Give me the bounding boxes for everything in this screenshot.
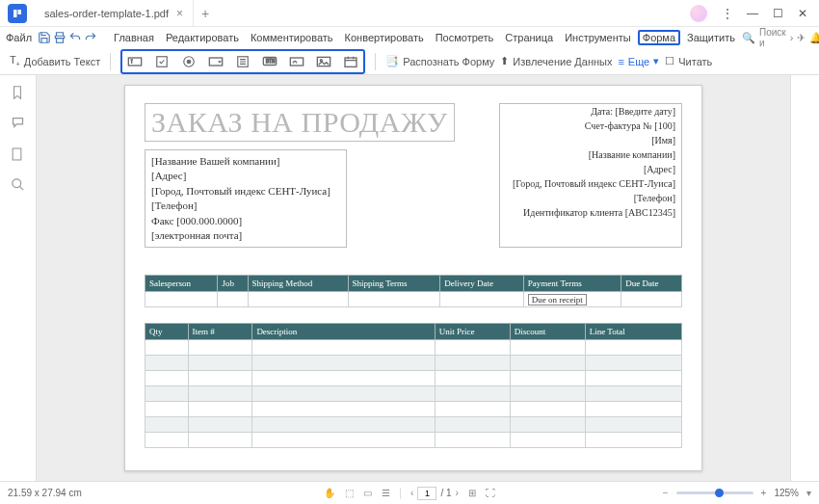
app-logo[interactable] [8, 4, 27, 23]
maximize-icon[interactable]: ☐ [767, 7, 788, 20]
image-field-icon[interactable] [315, 53, 332, 70]
zoom-out-icon[interactable]: − [663, 488, 669, 498]
table-row [145, 356, 682, 371]
search-panel-icon[interactable] [11, 177, 26, 193]
td[interactable] [440, 292, 524, 307]
line-items-table: Qty Item # Description Unit Price Discou… [145, 323, 682, 448]
statusbar: 21.59 x 27.94 cm ✋ ⬚ ▭ ☰ ‹ / 1 › ⊞ ⛶ − +… [0, 481, 819, 504]
svg-rect-15 [13, 148, 21, 160]
hand-tool-icon[interactable]: ✋ [324, 488, 335, 498]
save-icon[interactable] [38, 29, 51, 46]
page-input[interactable] [417, 487, 436, 500]
redo-icon[interactable] [84, 29, 97, 46]
meta-line: Дата: [Введите дату] [500, 104, 681, 119]
menu-tools[interactable]: Инструменты [560, 30, 636, 45]
send-icon[interactable]: ✈ [797, 32, 806, 44]
search-icon[interactable]: 🔍 [742, 32, 755, 44]
td-payment-terms[interactable]: Due on receipt [523, 292, 621, 307]
td[interactable] [248, 292, 348, 307]
th-job: Job [218, 276, 248, 292]
th-qty: Qty [145, 324, 189, 340]
print-icon[interactable] [53, 29, 66, 46]
listbox-field-icon[interactable] [234, 53, 251, 70]
view-single-icon[interactable]: ▭ [363, 488, 372, 498]
signature-field-icon[interactable] [288, 53, 305, 70]
td[interactable] [621, 292, 682, 307]
select-tool-icon[interactable]: ⬚ [345, 488, 354, 498]
titlebar: sales-order-template-1.pdf × + ⋮ — ☐ ✕ [0, 0, 819, 27]
recognize-form-button[interactable]: 📑 Распознать Форму [385, 55, 494, 67]
close-tab-icon[interactable]: × [176, 7, 183, 20]
th-unit-price: Unit Price [435, 324, 510, 340]
date-field-icon[interactable] [342, 53, 359, 70]
button-field-icon[interactable]: BTN [261, 53, 278, 70]
checkbox-field-icon[interactable] [153, 53, 171, 70]
chevron-right-icon[interactable]: › [790, 32, 794, 43]
th-salesperson: Salesperson [145, 276, 218, 292]
form-toolbar: T+ Добавить Текст BTN 📑 Распознать Форму… [0, 48, 819, 75]
add-text-button[interactable]: T+ Добавить Текст [10, 54, 100, 67]
page-total: / 1 [440, 488, 451, 498]
svg-rect-2 [57, 39, 64, 43]
minimize-icon[interactable]: — [742, 7, 763, 20]
menu-protect[interactable]: Защитить [682, 30, 740, 45]
company-line: [Телефон] [151, 199, 340, 213]
svg-rect-3 [129, 58, 142, 66]
menu-home[interactable]: Главная [109, 30, 159, 45]
menu-view[interactable]: Посмотреть [431, 30, 499, 45]
read-button[interactable]: ☐ Читать [665, 55, 712, 67]
company-line: [Город, Почтовый индекс СЕНТ-Луиса] [151, 184, 340, 199]
more-menu-icon[interactable]: ⋮ [717, 7, 738, 20]
close-window-icon[interactable]: ✕ [792, 7, 813, 20]
page-viewport[interactable]: ЗАКАЗ НА ПРОДАЖУ [Название Вашей компани… [37, 75, 790, 481]
text-field-icon[interactable] [126, 53, 144, 70]
data-extraction-button[interactable]: ⬆ Извлечение Данных [500, 55, 612, 67]
menu-tabs: Главная Редактировать Комментировать Кон… [109, 30, 740, 45]
menu-comment[interactable]: Комментировать [246, 30, 338, 45]
td[interactable] [145, 292, 218, 307]
zoom-dropdown-icon[interactable]: ▾ [806, 488, 811, 498]
undo-icon[interactable] [68, 29, 82, 46]
td[interactable] [218, 292, 248, 307]
dropdown-field-icon[interactable] [207, 53, 225, 70]
layout-icon[interactable]: ⊞ [468, 488, 476, 498]
add-text-label: Добавить Текст [24, 56, 100, 67]
search-placeholder[interactable]: Поиск и [759, 27, 786, 48]
table-row [145, 386, 682, 402]
comment-icon[interactable] [11, 116, 26, 131]
add-tab-button[interactable]: + [194, 6, 217, 21]
svg-point-16 [12, 179, 20, 188]
company-line: [Название Вашей компании] [151, 154, 340, 169]
fullscreen-icon[interactable]: ⛶ [486, 488, 495, 498]
svg-rect-0 [13, 10, 17, 17]
meta-line: [Имя] [500, 133, 681, 147]
user-avatar[interactable] [690, 5, 707, 22]
meta-line: Счет-фактура № [100] [500, 119, 681, 133]
th-discount: Discount [510, 324, 585, 340]
tab-title: sales-order-template-1.pdf [44, 8, 169, 19]
zoom-slider[interactable] [676, 491, 753, 494]
extract-icon: ⬆ [500, 55, 509, 67]
radio-field-icon[interactable] [180, 53, 198, 70]
th-due-date: Due Date [621, 276, 682, 292]
zoom-in-icon[interactable]: + [761, 488, 767, 498]
bookmark-icon[interactable] [11, 85, 26, 100]
bell-icon[interactable]: 🔔 [809, 32, 819, 44]
menu-convert[interactable]: Конвертировать [340, 30, 429, 45]
menubar: Файл Главная Редактировать Комментироват… [0, 27, 819, 48]
form-recognize-icon: 📑 [385, 55, 399, 67]
prev-page-icon[interactable]: ‹ [410, 488, 413, 498]
file-menu[interactable]: Файл [6, 32, 32, 43]
meta-line: Идентификатор клиента [ABC12345] [500, 205, 681, 220]
menu-form[interactable]: Форма [638, 30, 680, 45]
thumbnail-icon[interactable] [11, 146, 26, 162]
document-tab[interactable]: sales-order-template-1.pdf × [35, 0, 194, 27]
td[interactable] [348, 292, 440, 307]
menu-edit[interactable]: Редактировать [161, 30, 244, 45]
next-page-icon[interactable]: › [456, 488, 459, 498]
more-button[interactable]: ≡ Еще ▾ [618, 55, 659, 67]
view-continuous-icon[interactable]: ☰ [382, 488, 390, 498]
meta-line: [Адрес] [500, 162, 681, 176]
menu-page[interactable]: Страница [500, 30, 558, 45]
document-title: ЗАКАЗ НА ПРОДАЖУ [145, 103, 455, 142]
